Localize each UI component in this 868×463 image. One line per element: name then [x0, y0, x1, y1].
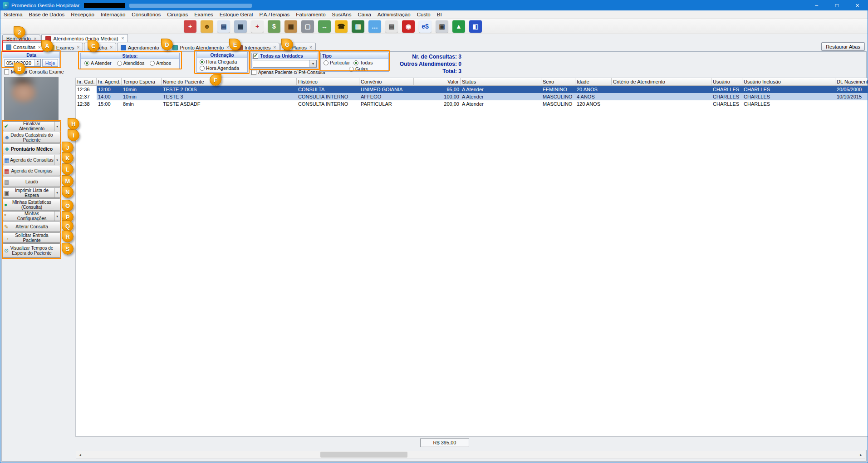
column-header-dt-nascimento[interactable]: Dt. Nascimento [835, 78, 868, 86]
dropdown-arrow-icon[interactable]: ▾ [54, 212, 60, 221]
sidebar-button-finalizar-atendimento[interactable]: ✔Finalizar Atendimento▾ [3, 121, 60, 131]
tab-atendimentos-ficha-medica[interactable]: Atendimentos (Ficha Médica)× [41, 34, 128, 42]
column-header-sexo[interactable]: Sexo [541, 78, 575, 86]
column-header-usuario-inclusao[interactable]: Usuário Inclusão [742, 78, 835, 86]
radio-guias[interactable]: Guias [349, 66, 368, 72]
menu-sus-ans[interactable]: Sus/Ans [329, 11, 355, 18]
ambulance-icon[interactable]: + [251, 20, 264, 33]
billing-icon[interactable]: $ [268, 20, 280, 33]
scroll-left-button[interactable]: ◂ [76, 451, 84, 458]
ledger-icon[interactable]: ▥ [352, 20, 364, 33]
sidebar-button-minhas-estatisticas-consulta[interactable]: ●Minhas Estatísticas (Consulta) [3, 198, 60, 211]
menu-estoque-geral[interactable]: Estoque Geral [216, 11, 256, 18]
cash-transfer-icon[interactable]: ↔ [318, 20, 331, 33]
phonebook-icon[interactable]: ☎ [335, 20, 348, 33]
column-header-hr-cad[interactable]: hr. Cad. [76, 78, 97, 86]
menu-custo[interactable]: Custo [414, 11, 434, 18]
radio-a-atender[interactable]: A Atender [84, 60, 112, 66]
pre-consulta-checkbox[interactable]: Apenas Paciente c/ Pré-Consulta [251, 70, 325, 75]
radio-hora-agendada[interactable]: Hora Agendada [200, 65, 239, 71]
printer-icon[interactable]: ▣ [436, 20, 448, 33]
sidebar-button-visualizar-tempos-de-espera-do-paciente[interactable]: ⊙Visualizar Tempos de Espera do Paciente [3, 243, 60, 258]
radio-ambos[interactable]: Ambos [150, 60, 171, 66]
radio-particular[interactable]: Particular [324, 60, 350, 65]
scroll-right-button[interactable]: ▸ [857, 451, 865, 458]
stock-boxes-icon[interactable]: ▦ [284, 20, 297, 33]
table-row[interactable]: 12:3815:008minTESTE ASDADFCONSULTA INTER… [76, 100, 868, 108]
close-icon[interactable]: × [77, 45, 80, 50]
menu-administracao[interactable]: Administração [374, 11, 414, 18]
sidebar-button-minhas-configuracoes[interactable]: *Minhas Configurações▾ [3, 211, 60, 221]
sidebar-button-laudo[interactable]: ▤Laudo [3, 177, 60, 187]
sidebar-button-imprimir-lista-de-espera[interactable]: ▣Imprimir Lista de Espera▾ [3, 187, 60, 198]
menu-base-de-dados[interactable]: Base de Dados [26, 11, 68, 18]
sidebar-button-prontuario-medico[interactable]: ☻Prontuário Médico [3, 143, 60, 154]
medical-record-icon[interactable]: ▤ [217, 20, 230, 33]
dropdown-arrow-icon[interactable]: ▾ [54, 155, 60, 165]
date-spinner[interactable]: ▴▾ [34, 59, 40, 66]
menu-faturamento[interactable]: Faturamento [293, 11, 329, 18]
close-icon[interactable]: × [110, 45, 113, 50]
minimize-button[interactable]: – [806, 0, 827, 10]
close-icon[interactable]: × [273, 45, 276, 50]
unidades-combobox[interactable]: ▾ [253, 60, 317, 68]
column-header-criterio-de-atendimento[interactable]: Critério de Atendimento [612, 78, 711, 86]
close-button[interactable]: × [847, 0, 868, 10]
menu-cirurgias[interactable]: Cirurgias [164, 11, 191, 18]
today-button[interactable]: Hoje [42, 59, 58, 67]
close-icon[interactable]: × [38, 45, 41, 50]
sidebar-button-agenda-de-cirurgias[interactable]: ▦Agenda de Cirurgias [3, 166, 60, 176]
table-row[interactable]: 12:3714:0010minTESTE 3CONSULTA INTERNOAF… [76, 93, 868, 100]
merge-consulta-exame-checkbox[interactable]: Mesclar Consulta Exame [4, 69, 64, 74]
dropdown-arrow-icon[interactable]: ▾ [54, 188, 60, 197]
chevron-down-icon[interactable]: ▾ [309, 60, 316, 67]
horizontal-scrollbar[interactable]: ◂ ▸ [76, 451, 865, 458]
sidebar-button-alterar-consulta[interactable]: ✎Alterar Consulta [3, 222, 60, 232]
table-row[interactable]: 12:3613:0010minTESTE 2 DOISCONSULTAUNIME… [76, 86, 868, 93]
chat-icon[interactable]: … [368, 20, 381, 33]
menu-bi[interactable]: BI [434, 11, 445, 18]
column-header-idade[interactable]: Idade [575, 78, 612, 86]
column-header-valor[interactable]: Valor [414, 78, 461, 86]
radio-hora-chegada[interactable]: Hora Chegada [200, 59, 237, 64]
bi-icon[interactable]: ◧ [469, 20, 482, 33]
receipt-icon[interactable]: ▤ [385, 20, 398, 33]
tab-pronto-atendimento[interactable]: Pronto Atendimento× [169, 43, 232, 52]
column-header-historico[interactable]: Histórico [297, 78, 359, 86]
e-billing-icon[interactable]: e$ [419, 20, 432, 33]
dropdown-arrow-icon[interactable]: ▾ [54, 122, 60, 131]
tab-agendamento[interactable]: Agendamento× [117, 43, 168, 52]
close-icon[interactable]: × [34, 36, 37, 41]
sidebar-button-dados-cadastrais-do-paciente[interactable]: ☻Dados Cadastrais do Paciente [3, 132, 60, 143]
todas-unidades-checkbox[interactable]: Todas as Unidades [253, 53, 318, 59]
maximize-button[interactable]: □ [827, 0, 847, 10]
scrollbar-thumb[interactable] [320, 452, 407, 458]
column-header-status[interactable]: Status [461, 78, 541, 86]
tab-consultas[interactable]: Consultas× [2, 42, 44, 52]
menu-exames[interactable]: Exames [191, 11, 216, 18]
column-header-hr-agend[interactable]: hr. Agend. [97, 78, 122, 86]
sidebar-button-solicitar-entrada-paciente[interactable]: →Solicitar Entrada Paciente [3, 232, 60, 243]
column-header-nome-do-paciente[interactable]: Nome do Paciente [162, 78, 297, 86]
radio-atendidos[interactable]: Atendidos [117, 60, 145, 66]
menu-sistema[interactable]: Sistema [0, 11, 26, 18]
menu-consultorios[interactable]: Consultórios [128, 11, 164, 18]
sidebar-button-agenda-de-consultas[interactable]: ▦Agenda de Consultas▾ [3, 155, 60, 165]
column-header-usuario[interactable]: Usuário [711, 78, 742, 86]
reception-icon[interactable]: ☻ [201, 20, 213, 33]
column-header-convenio[interactable]: Convênio [359, 78, 414, 86]
radio-todas[interactable]: Todas [353, 60, 373, 65]
close-icon[interactable]: × [122, 36, 124, 41]
hospital-bed-icon[interactable]: ▦ [234, 20, 247, 33]
menu-p-a-terapias[interactable]: P.A./Terapias [256, 11, 293, 18]
sus-icon[interactable]: + [184, 20, 196, 33]
power-icon[interactable]: ◉ [402, 20, 415, 33]
safe-icon[interactable]: ▢ [301, 20, 314, 33]
menu-internacao[interactable]: Internação [98, 11, 128, 18]
restore-tabs-button[interactable]: Restaurar Abas [821, 42, 865, 51]
vitals-chart-icon[interactable]: ▲ [452, 20, 465, 33]
menu-recepcao[interactable]: Recepção [68, 11, 98, 18]
close-icon[interactable]: × [309, 45, 312, 50]
menu-caixa[interactable]: Caixa [354, 11, 374, 18]
column-header-tempo-espera[interactable]: Tempo Espera [122, 78, 162, 86]
